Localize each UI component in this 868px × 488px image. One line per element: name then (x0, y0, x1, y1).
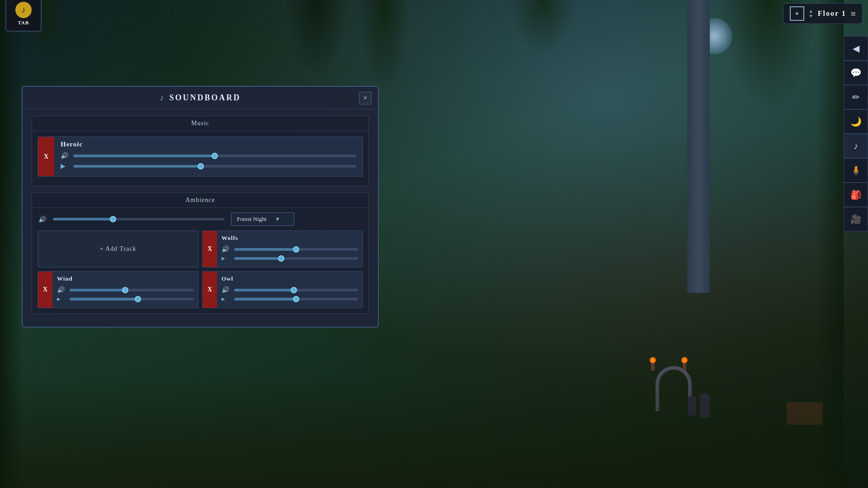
volume-icon-wind: 🔊 (57, 286, 65, 294)
torch-right (683, 361, 686, 371)
tab-icon: ♪ (15, 2, 32, 18)
music-section: Music X Heroic 🔊 (32, 116, 369, 186)
torch-flame-right (681, 357, 688, 363)
torch-left (651, 361, 655, 371)
wind-volume-slider[interactable] (70, 289, 193, 291)
heroic-playback-fill (73, 165, 201, 168)
wolfs-playback-fill (234, 257, 281, 260)
owl-volume-thumb[interactable] (291, 287, 297, 293)
sidebar-btn-collapse[interactable]: ◀ (844, 36, 868, 61)
soundboard-panel: ♪ Soundboard × Music X Heroic 🔊 (22, 86, 379, 328)
track-item-heroic: X Heroic 🔊 ▶ (38, 136, 363, 177)
owl-playback-thumb[interactable] (293, 296, 299, 302)
top-bar: ♪ TAB ✦ ▲▼ Floor 1 ≡ (0, 0, 868, 27)
tree-left-overlay (0, 0, 23, 488)
wind-volume-fill (70, 289, 125, 291)
heroic-playback-thumb[interactable] (198, 163, 204, 169)
tab-button[interactable]: ♪ TAB (5, 0, 42, 32)
volume-icon-heroic: 🔊 (61, 152, 69, 160)
wind-playback-thumb[interactable] (135, 296, 141, 302)
play-icon-heroic: ▶ (61, 162, 69, 170)
sidebar-btn-character[interactable]: 🧍 (844, 158, 868, 183)
heroic-playback-slider[interactable] (73, 165, 356, 168)
play-icon-wind: ▶ (57, 296, 65, 301)
heroic-volume-row: 🔊 (61, 152, 356, 160)
wind-volume-row: 🔊 (57, 286, 193, 294)
track-remove-heroic[interactable]: X (38, 137, 54, 176)
floor-icon: ✦ (790, 6, 804, 21)
ambience-volume-fill (53, 218, 113, 221)
wind-volume-thumb[interactable] (122, 287, 128, 293)
sidebar-btn-camera[interactable]: 🎥 (844, 207, 868, 231)
wind-playback-fill (70, 298, 138, 300)
track-details-wind: Wind 🔊 ▶ (52, 272, 198, 308)
owl-volume-fill (234, 289, 294, 291)
top-right-controls: ✦ ▲▼ Floor 1 ≡ (783, 3, 863, 24)
volume-icon-wolfs: 🔊 (222, 245, 230, 253)
dropdown-arrow-icon: ▼ (275, 216, 280, 223)
track-name-heroic: Heroic (61, 141, 356, 148)
play-icon-wolfs: ▶ (222, 256, 230, 261)
wolfs-volume-row: 🔊 (222, 245, 358, 253)
volume-icon-owl: 🔊 (222, 286, 230, 294)
heroic-volume-thumb[interactable] (212, 153, 218, 159)
ground-overlay (0, 375, 844, 488)
wolfs-playback-slider[interactable] (234, 257, 358, 260)
sidebar-btn-ambience[interactable]: 🌙 (844, 109, 868, 134)
owl-playback-slider[interactable] (234, 298, 358, 300)
track-item-wolfs: X Wolfs 🔊 ▶ (202, 230, 363, 267)
add-track-button[interactable]: + Add Track (38, 230, 198, 267)
panel-body: Music X Heroic 🔊 (23, 109, 378, 327)
track-remove-wolfs[interactable]: X (203, 231, 217, 267)
sidebar-btn-bag[interactable]: 🎒 (844, 183, 868, 207)
track-name-wolfs: Wolfs (222, 235, 358, 242)
play-icon-owl: ▶ (222, 296, 230, 301)
tab-label: TAB (18, 20, 29, 25)
torch-flame-left (650, 357, 656, 363)
panel-title: ♪ Soundboard (160, 93, 241, 103)
track-remove-owl[interactable]: X (203, 272, 217, 308)
track-item-owl: X Owl 🔊 ▶ (202, 271, 363, 308)
ambience-dropdown-value: Forest Night (237, 216, 266, 223)
owl-volume-slider[interactable] (234, 289, 358, 291)
right-sidebar: ◀ 💬 ✏ 🌙 ♪ 🧍 🎒 🎥 (844, 36, 868, 231)
wolfs-volume-thumb[interactable] (293, 246, 299, 253)
wolfs-volume-slider[interactable] (234, 248, 358, 251)
ambience-dropdown[interactable]: Forest Night ▼ (231, 212, 294, 226)
sidebar-btn-chat[interactable]: 💬 (844, 61, 868, 85)
sidebar-btn-notes[interactable]: ✏ (844, 85, 868, 109)
owl-playback-fill (234, 298, 296, 300)
ambience-volume-slider[interactable] (53, 218, 225, 221)
sidebar-btn-music[interactable]: ♪ (844, 134, 868, 158)
panel-title-text: Soundboard (169, 93, 241, 103)
track-name-wind: Wind (57, 275, 193, 282)
wolfs-playback-row: ▶ (222, 256, 358, 261)
music-section-header: Music (32, 116, 368, 131)
music-note-icon: ♪ (160, 93, 165, 103)
ambience-volume-icon: 🔊 (38, 216, 47, 223)
pillar-decoration (687, 0, 710, 293)
heroic-volume-fill (73, 155, 215, 157)
wind-playback-row: ▶ (57, 296, 193, 301)
heroic-playback-row: ▶ (61, 162, 356, 170)
owl-volume-row: 🔊 (222, 286, 358, 294)
track-details-owl: Owl 🔊 ▶ (217, 272, 363, 308)
ambience-tracks-grid: + Add Track X Wolfs 🔊 (32, 230, 368, 314)
ambience-section: Ambience 🔊 Forest Night ▼ + Add Track (32, 192, 369, 314)
menu-icon[interactable]: ≡ (851, 9, 856, 19)
floor-label: Floor 1 (818, 9, 846, 18)
tree-right-overlay (816, 0, 844, 488)
ambience-volume-thumb[interactable] (110, 216, 116, 222)
wolfs-volume-fill (234, 248, 296, 251)
track-remove-wind[interactable]: X (38, 272, 52, 308)
floor-arrows[interactable]: ▲▼ (809, 9, 813, 19)
music-section-content: X Heroic 🔊 ▶ (32, 131, 368, 186)
heroic-volume-slider[interactable] (73, 155, 356, 157)
close-icon: × (363, 94, 367, 102)
track-details-wolfs: Wolfs 🔊 ▶ (217, 231, 363, 267)
close-button[interactable]: × (359, 92, 372, 104)
track-name-owl: Owl (222, 275, 358, 282)
wolfs-playback-thumb[interactable] (278, 255, 284, 262)
wind-playback-slider[interactable] (70, 298, 193, 300)
track-item-wind: X Wind 🔊 ▶ (38, 271, 198, 308)
